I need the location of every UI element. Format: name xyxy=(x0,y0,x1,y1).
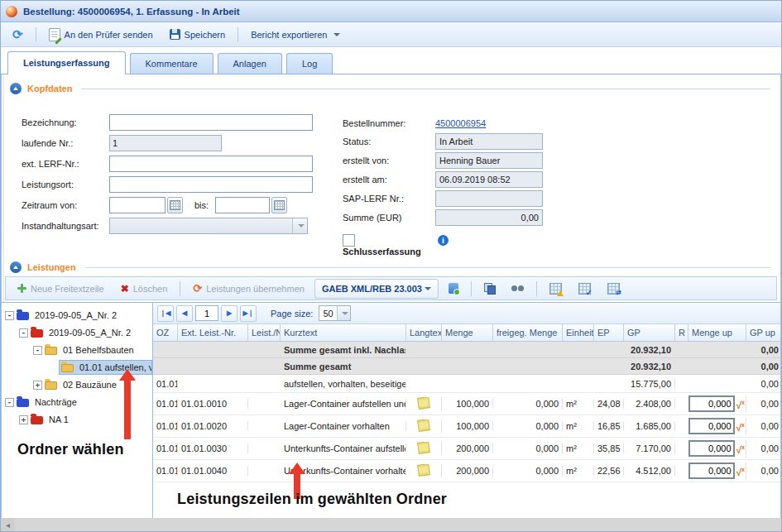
grid-check-view-button[interactable]: ✓ xyxy=(572,279,597,299)
ext-lerf-field[interactable] xyxy=(109,156,313,172)
grid-warning-view-button[interactable] xyxy=(543,279,569,299)
erstellt-am-field: 06.09.2019 08:52 xyxy=(435,171,543,188)
horizontal-scrollbar[interactable]: ◂ xyxy=(1,518,781,531)
delete-button[interactable]: ✖ Löschen xyxy=(114,279,175,299)
table-row-sum[interactable]: Summe gesamt 20.932,10 0,00 xyxy=(153,358,780,375)
tree-expander-icon[interactable]: - xyxy=(5,311,14,320)
col-kurztext[interactable]: Kurztext xyxy=(281,324,406,341)
menge-up-input[interactable] xyxy=(688,440,735,457)
folder-icon-blue xyxy=(17,399,29,407)
table-row-item[interactable]: 01.01.0 01.01.0040 Unterkunfts-Container… xyxy=(153,460,780,482)
zeitraum-von-field[interactable] xyxy=(109,197,166,213)
col-leist-nr[interactable]: Leist./N xyxy=(248,324,281,341)
tree-expander-icon[interactable]: - xyxy=(33,346,42,355)
table-row-item[interactable]: 01.01.0 01.01.0020 Lager-Container vorha… xyxy=(153,415,780,438)
select-trigger[interactable] xyxy=(292,218,307,233)
tree-expander-icon[interactable]: - xyxy=(5,398,14,407)
info-icon[interactable]: i xyxy=(438,235,449,246)
pager-bar: ❘◀ ◀ ▶ ▶❘ Page size: 50 xyxy=(153,303,780,324)
col-gp-up[interactable]: GP up xyxy=(746,324,780,341)
page-size-select[interactable]: 50 xyxy=(319,305,350,321)
bestellnummer-link[interactable]: 4500006954 xyxy=(435,118,486,128)
tab-kommentare[interactable]: Kommentare xyxy=(130,53,213,74)
leistungen-title: Leistungen xyxy=(27,262,76,272)
form-row-summe: Summe (EUR) 0,00 xyxy=(343,208,543,226)
calendar-icon xyxy=(170,200,180,210)
table-row-sum-nachlass[interactable]: Summe gesamt inkl. Nachlass 20.932,10 0,… xyxy=(153,342,780,358)
cell-oz: 01.01 xyxy=(153,379,178,389)
col-r[interactable]: R xyxy=(675,324,688,341)
col-gp[interactable]: GP xyxy=(624,324,675,341)
col-freigeg-menge[interactable]: freigeg. Menge xyxy=(493,324,563,341)
col-menge[interactable]: Menge xyxy=(442,324,493,341)
tree-expander-icon[interactable]: + xyxy=(33,381,42,390)
cell-menge-up: √x xyxy=(688,395,746,413)
formula-icon[interactable]: √x xyxy=(736,443,746,455)
pager-prev-button[interactable]: ◀ xyxy=(176,305,193,322)
kopfdaten-title: Kopfdaten xyxy=(27,84,72,93)
calendar-button-von[interactable] xyxy=(167,197,183,213)
tab-anlagen[interactable]: Anlagen xyxy=(218,53,282,74)
formula-icon[interactable]: √x xyxy=(736,465,746,477)
col-ext-leist-nr[interactable]: Ext. Leist.-Nr. xyxy=(178,324,248,341)
form-row-schlusserfassung-label: Schlusserfassung xyxy=(343,242,421,260)
collapse-icon[interactable] xyxy=(10,83,22,94)
langtext-note-icon[interactable] xyxy=(417,397,430,410)
schlusserfassung-label: Schlusserfassung xyxy=(343,247,421,256)
new-freetext-row-button[interactable]: Neue Freitextzeile xyxy=(11,279,111,299)
pager-last-button[interactable]: ▶❘ xyxy=(240,305,257,322)
table-row-item[interactable]: 01.01.0 01.01.0030 Unterkunfts-Container… xyxy=(153,438,780,460)
formula-icon[interactable]: √x xyxy=(736,420,746,433)
tree-expander-icon[interactable]: + xyxy=(19,415,28,424)
leistungsort-field[interactable] xyxy=(109,176,313,193)
col-oz[interactable]: OZ xyxy=(153,324,178,341)
menge-up-input[interactable] xyxy=(688,395,735,412)
calendar-button-bis[interactable] xyxy=(271,197,287,213)
save-label: Speichern xyxy=(185,30,226,40)
scroll-left-button[interactable]: ◂ xyxy=(1,518,15,531)
section-divider xyxy=(85,267,770,268)
col-einheit[interactable]: Einheit xyxy=(563,324,594,341)
pager-page-input[interactable] xyxy=(195,305,218,321)
gaeb-format-dropdown[interactable]: GAEB XML/REB 23.003 xyxy=(314,279,439,299)
bezeichnung-field[interactable] xyxy=(109,114,313,131)
leistungen-section-header: Leistungen xyxy=(10,261,770,273)
menge-up-input[interactable] xyxy=(688,418,735,434)
send-to-reviewer-button[interactable]: An den Prüfer senden xyxy=(42,25,160,45)
copy-button[interactable] xyxy=(477,279,501,299)
menge-up-input[interactable] xyxy=(688,463,735,479)
langtext-note-icon[interactable] xyxy=(417,419,430,432)
grid-expand-view-button[interactable]: ⇄ xyxy=(601,279,626,299)
gaeb-export-button[interactable] xyxy=(442,279,465,299)
collapse-icon[interactable] xyxy=(10,261,22,273)
tree-node-label: 02 Bauzäune xyxy=(60,379,119,391)
tree-expander-icon[interactable]: - xyxy=(19,328,28,338)
tree-node-selected[interactable]: 01.01 aufstellen, v xyxy=(47,359,152,376)
table-row-item[interactable]: 01.01.0 01.01.0010 Lager-Container aufst… xyxy=(153,393,780,415)
langtext-note-icon[interactable] xyxy=(417,464,430,477)
tree-node[interactable]: - 2019-09-05_A_Nr. 2 xyxy=(19,324,152,341)
pager-next-button[interactable]: ▶ xyxy=(221,305,237,322)
search-button[interactable] xyxy=(505,279,530,299)
formula-icon[interactable]: √x xyxy=(736,398,746,410)
tree-node-label: Nachträge xyxy=(32,396,79,408)
col-langtext[interactable]: Langtext xyxy=(406,324,442,341)
refresh-button[interactable]: ⟳ xyxy=(6,25,30,45)
select-trigger[interactable] xyxy=(337,306,350,320)
tab-log[interactable]: Log xyxy=(286,53,333,74)
tab-leistungserfassung[interactable]: Leistungserfassung xyxy=(7,51,126,74)
table-row-group[interactable]: 01.01 aufstellen, vorhalten, beseitigen … xyxy=(153,375,780,393)
export-report-button[interactable]: Bericht exportieren xyxy=(244,25,347,45)
tree-node[interactable]: - 01 Behelfsbauten xyxy=(33,342,152,358)
instandhaltungsart-select[interactable] xyxy=(109,218,308,234)
langtext-note-icon[interactable] xyxy=(417,442,430,454)
tree-node[interactable]: - 2019-09-05_A_Nr. 2 xyxy=(5,307,152,324)
zeitraum-bis-field[interactable] xyxy=(215,197,270,213)
cell-ep: 35,85 xyxy=(594,443,624,453)
col-menge-up[interactable]: Menge up xyxy=(688,324,746,341)
col-ep[interactable]: EP xyxy=(594,324,624,341)
cell-gp: 7.170,00 xyxy=(624,443,675,453)
takeover-services-button[interactable]: ⟳ Leistungen übernehmen xyxy=(186,279,311,299)
pager-first-button[interactable]: ❘◀ xyxy=(157,305,174,322)
save-button[interactable]: Speichern xyxy=(163,25,233,45)
